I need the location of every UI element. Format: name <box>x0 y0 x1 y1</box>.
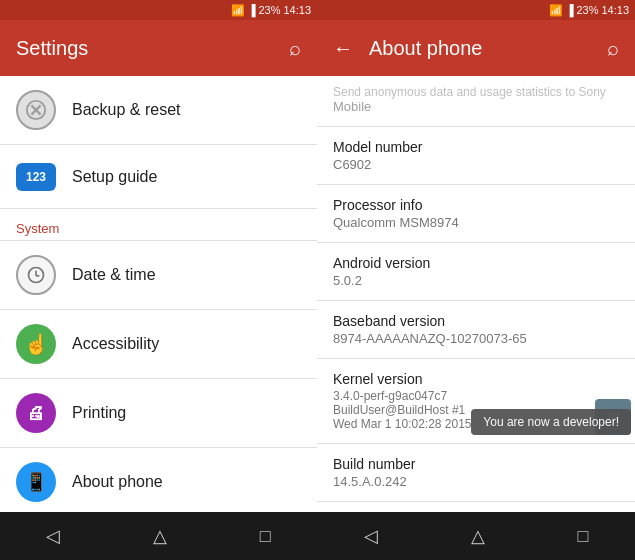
fab-expand-button[interactable]: ⊞ <box>595 399 631 435</box>
signal-icon-left: ▐ <box>248 4 256 16</box>
recent-nav-left[interactable]: □ <box>260 526 271 547</box>
home-nav-left[interactable]: △ <box>153 525 167 547</box>
back-icon-right[interactable]: ← <box>333 37 353 60</box>
printing-label: Printing <box>72 404 126 422</box>
baseband-value: 8974-AAAAANAZQ-10270073-65 <box>333 331 619 346</box>
backup-reset-icon <box>16 90 56 130</box>
signal-icon-right: ▐ <box>566 4 574 16</box>
time-left: 14:13 <box>283 4 311 16</box>
system-section-header: System <box>0 209 317 241</box>
right-content: Send anonymous data and usage statistics… <box>317 76 635 512</box>
battery-right: 23% <box>576 4 598 16</box>
info-item-build-number[interactable]: Build number 14.5.A.0.242 <box>317 444 635 502</box>
settings-item-setup-guide[interactable]: 123 Setup guide <box>0 145 317 209</box>
left-content: Backup & reset 123 Setup guide System Da… <box>0 76 317 512</box>
recent-nav-right[interactable]: □ <box>578 526 589 547</box>
settings-title: Settings <box>16 37 88 60</box>
right-panel: 📶 ▐ 23% 14:13 ← About phone ⌕ Send anony… <box>317 0 635 560</box>
time-right: 14:13 <box>601 4 629 16</box>
back-nav-left[interactable]: ◁ <box>46 525 60 547</box>
fab-icon: ⊞ <box>607 408 620 427</box>
about-phone-label: About phone <box>72 473 163 491</box>
kernel-value: 3.4.0-perf-g9ac047c7 BuildUser@BuildHost… <box>333 389 619 431</box>
processor-label: Processor info <box>333 197 619 213</box>
nav-bar-right: ◁ △ □ <box>317 512 635 560</box>
settings-item-printing[interactable]: 🖨 Printing <box>0 379 317 448</box>
processor-value: Qualcomm MSM8974 <box>333 215 619 230</box>
left-header: Settings ⌕ <box>0 20 317 76</box>
battery-left: 23% <box>258 4 280 16</box>
top-faded-mobile: Mobile <box>333 99 371 114</box>
home-nav-right[interactable]: △ <box>471 525 485 547</box>
info-item-android-version[interactable]: Android version 5.0.2 <box>317 243 635 301</box>
right-header: ← About phone ⌕ <box>317 20 635 76</box>
status-bar-right: 📶 ▐ 23% 14:13 <box>317 0 635 20</box>
model-number-label: Model number <box>333 139 619 155</box>
settings-item-backup-reset[interactable]: Backup & reset <box>0 76 317 145</box>
date-time-label: Date & time <box>72 266 156 284</box>
android-version-value: 5.0.2 <box>333 273 619 288</box>
settings-item-about-phone[interactable]: 📱 About phone <box>0 448 317 512</box>
setup-guide-label: Setup guide <box>72 168 157 186</box>
info-item-kernel[interactable]: Kernel version 3.4.0-perf-g9ac047c7 Buil… <box>317 359 635 444</box>
info-item-baseband[interactable]: Baseband version 8974-AAAAANAZQ-10270073… <box>317 301 635 359</box>
accessibility-label: Accessibility <box>72 335 159 353</box>
info-item-model-number[interactable]: Model number C6902 <box>317 127 635 185</box>
setup-guide-icon: 123 <box>16 163 56 191</box>
accessibility-icon: ☝ <box>16 324 56 364</box>
wifi-icon-right: 📶 <box>549 4 563 17</box>
baseband-label: Baseband version <box>333 313 619 329</box>
status-bar-left: 📶 ▐ 23% 14:13 <box>0 0 317 20</box>
android-version-label: Android version <box>333 255 619 271</box>
model-number-value: C6902 <box>333 157 619 172</box>
settings-item-date-time[interactable]: Date & time <box>0 241 317 310</box>
top-faded-text: Send anonymous data and usage statistics… <box>317 76 635 127</box>
left-panel: 📶 ▐ 23% 14:13 Settings ⌕ Backup & reset <box>0 0 317 560</box>
printing-icon: 🖨 <box>16 393 56 433</box>
settings-item-accessibility[interactable]: ☝ Accessibility <box>0 310 317 379</box>
setup-guide-icon-text: 123 <box>26 170 46 184</box>
nav-bar-left: ◁ △ □ <box>0 512 317 560</box>
wifi-icon-left: 📶 <box>231 4 245 17</box>
back-nav-right[interactable]: ◁ <box>364 525 378 547</box>
search-icon-right[interactable]: ⌕ <box>607 37 619 60</box>
kernel-label: Kernel version <box>333 371 619 387</box>
build-number-value: 14.5.A.0.242 <box>333 474 619 489</box>
backup-reset-label: Backup & reset <box>72 101 181 119</box>
date-time-icon <box>16 255 56 295</box>
build-number-label: Build number <box>333 456 619 472</box>
about-phone-title: About phone <box>369 37 591 60</box>
search-icon-left[interactable]: ⌕ <box>289 37 301 60</box>
about-phone-icon: 📱 <box>16 462 56 502</box>
info-item-processor[interactable]: Processor info Qualcomm MSM8974 <box>317 185 635 243</box>
